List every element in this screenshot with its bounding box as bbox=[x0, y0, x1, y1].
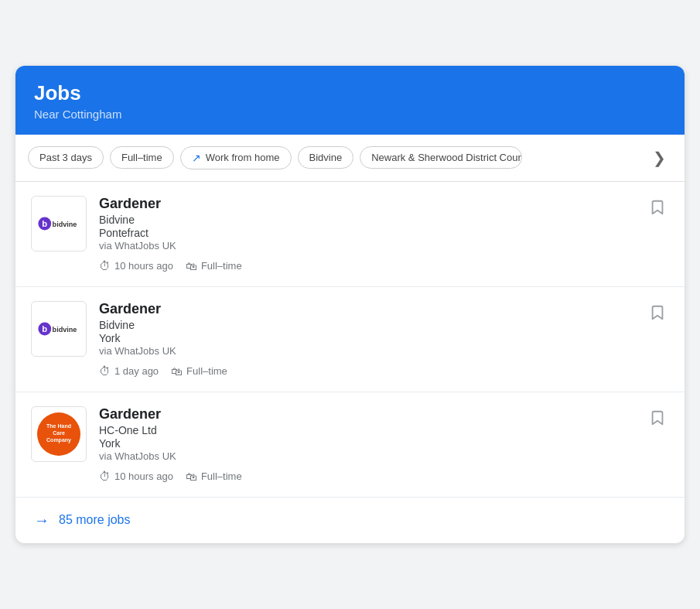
more-jobs-link[interactable]: 85 more jobs bbox=[59, 513, 131, 527]
job-type: 🛍 Full–time bbox=[186, 259, 242, 272]
svg-text:b: b bbox=[42, 218, 47, 228]
filters-next-button[interactable]: ❯ bbox=[647, 145, 672, 170]
job-item[interactable]: The Hand Care Company Gardener HC-One Lt… bbox=[15, 392, 685, 497]
header: Jobs Near Cottingham bbox=[15, 66, 685, 134]
filter-bidvine[interactable]: Bidvine bbox=[298, 146, 354, 169]
job-time-label: 10 hours ago bbox=[114, 260, 173, 272]
job-info: Gardener Bidvine Pontefract via WhatJobs… bbox=[99, 196, 669, 272]
filter-fulltime-label: Full–time bbox=[121, 152, 162, 163]
filter-nsdc-label: Newark & Sherwood District Council bbox=[371, 152, 522, 163]
filter-nsdc[interactable]: Newark & Sherwood District Council bbox=[360, 146, 522, 169]
clock-icon: ⏱ bbox=[99, 259, 111, 272]
job-company: Bidvine bbox=[99, 319, 669, 331]
company-logo: b bidvine bbox=[31, 196, 87, 251]
company-logo: The Hand Care Company bbox=[31, 406, 87, 462]
briefcase-icon: 🛍 bbox=[171, 364, 183, 378]
job-meta: ⏱ 10 hours ago 🛍 Full–time bbox=[99, 259, 669, 272]
page-title: Jobs bbox=[34, 81, 666, 105]
filters-row: Past 3 days Full–time ↗ Work from home B… bbox=[15, 135, 685, 182]
job-info: Gardener HC-One Ltd York via WhatJobs UK… bbox=[99, 406, 669, 483]
job-source: via WhatJobs UK bbox=[99, 240, 669, 251]
job-company: HC-One Ltd bbox=[99, 424, 669, 436]
job-location: York bbox=[99, 437, 669, 450]
jobs-card: Jobs Near Cottingham Past 3 days Full–ti… bbox=[15, 66, 685, 542]
job-meta: ⏱ 10 hours ago 🛍 Full–time bbox=[99, 470, 669, 483]
job-type: 🛍 Full–time bbox=[171, 364, 227, 378]
job-source: via WhatJobs UK bbox=[99, 345, 669, 357]
svg-text:bidvine: bidvine bbox=[53, 325, 77, 333]
filter-fulltime[interactable]: Full–time bbox=[110, 146, 174, 169]
job-time-label: 1 day ago bbox=[114, 365, 159, 377]
job-source: via WhatJobs UK bbox=[99, 450, 669, 462]
job-type-label: Full–time bbox=[186, 365, 227, 377]
filter-past3days-label: Past 3 days bbox=[39, 152, 92, 163]
job-type: 🛍 Full–time bbox=[186, 470, 242, 483]
job-time: ⏱ 1 day ago bbox=[99, 364, 159, 378]
filter-wfh-label: Work from home bbox=[206, 152, 280, 163]
job-meta: ⏱ 1 day ago 🛍 Full–time bbox=[99, 364, 669, 378]
job-location: York bbox=[99, 332, 669, 344]
svg-text:bidvine: bidvine bbox=[53, 220, 77, 228]
page-subtitle: Near Cottingham bbox=[34, 108, 666, 121]
filter-past3days[interactable]: Past 3 days bbox=[28, 146, 104, 169]
job-company: Bidvine bbox=[99, 214, 669, 226]
job-item[interactable]: b bidvine Gardener Bidvine Pontefract vi… bbox=[15, 182, 685, 287]
company-logo: b bidvine bbox=[31, 301, 87, 357]
job-type-label: Full–time bbox=[201, 470, 242, 482]
filter-bidvine-label: Bidvine bbox=[309, 152, 343, 163]
job-list: b bidvine Gardener Bidvine Pontefract vi… bbox=[15, 182, 685, 497]
job-info: Gardener Bidvine York via WhatJobs UK ⏱ … bbox=[99, 301, 669, 378]
filter-wfh[interactable]: ↗ Work from home bbox=[180, 146, 292, 169]
svg-text:b: b bbox=[42, 323, 47, 333]
bookmark-button[interactable] bbox=[646, 406, 669, 434]
briefcase-icon: 🛍 bbox=[186, 470, 197, 483]
clock-icon: ⏱ bbox=[99, 470, 111, 483]
svg-text:The Hand: The Hand bbox=[46, 423, 71, 429]
job-type-label: Full–time bbox=[201, 260, 242, 272]
more-jobs-label: 85 more jobs bbox=[59, 513, 131, 526]
bookmark-button[interactable] bbox=[646, 196, 669, 224]
more-jobs-row: → 85 more jobs bbox=[15, 497, 685, 543]
job-title: Gardener bbox=[99, 196, 669, 212]
bookmark-button[interactable] bbox=[646, 301, 669, 329]
svg-text:Care: Care bbox=[53, 430, 65, 436]
briefcase-icon: 🛍 bbox=[186, 259, 197, 272]
job-time-label: 10 hours ago bbox=[114, 470, 173, 482]
clock-icon: ⏱ bbox=[99, 364, 111, 378]
trend-icon: ↗ bbox=[192, 152, 201, 164]
job-time: ⏱ 10 hours ago bbox=[99, 470, 173, 483]
job-time: ⏱ 10 hours ago bbox=[99, 259, 173, 272]
job-title: Gardener bbox=[99, 406, 669, 423]
svg-text:Company: Company bbox=[46, 437, 71, 443]
job-item[interactable]: b bidvine Gardener Bidvine York via What… bbox=[15, 287, 685, 392]
job-title: Gardener bbox=[99, 301, 669, 317]
job-location: Pontefract bbox=[99, 227, 669, 239]
more-jobs-arrow-icon: → bbox=[34, 511, 50, 529]
